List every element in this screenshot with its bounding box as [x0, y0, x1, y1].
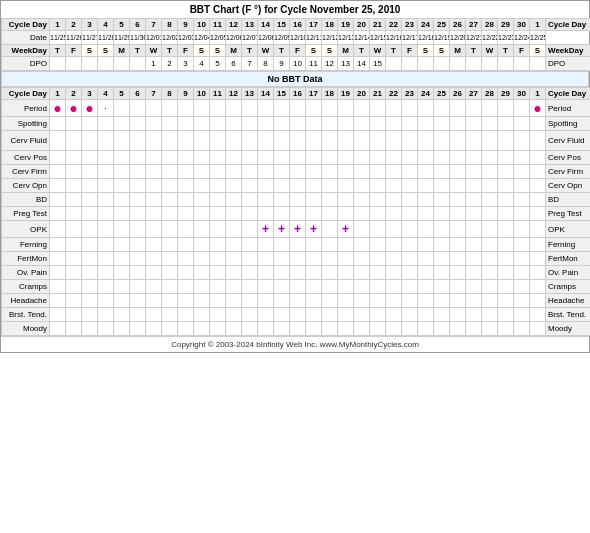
period-label-right: Period	[546, 100, 591, 117]
cerv-fluid-row: Cerv Fluid Cerv Fluid	[2, 131, 591, 151]
fertmon-label-right: FertMon	[546, 252, 591, 266]
cerv-pos-label-right: Cerv Pos	[546, 151, 591, 165]
cerv-firm-label-right: Cerv Firm	[546, 165, 591, 179]
fertmon-row: FertMon FertMon	[2, 252, 591, 266]
period-row: Period ● ● ● ·	[2, 100, 591, 117]
period-dot-4: ·	[104, 103, 107, 114]
moody-row: Moody Moody	[2, 322, 591, 336]
brst-tend-label-right: Brst. Tend.	[546, 308, 591, 322]
spotting-row: Spotting Spotting	[2, 117, 591, 131]
headache-row: Headache Headache	[2, 294, 591, 308]
cycle-day-row: Cycle Day 1 2 3 4 5 6 7 8 9 10 11 12 13 …	[2, 19, 591, 31]
ov-pain-row: Ov. Pain Ov. Pain	[2, 266, 591, 280]
cycle-day-label-right: Cycle Day	[546, 19, 591, 31]
ferning-label: Ferning	[2, 238, 50, 252]
opk-plus-19: +	[342, 222, 349, 236]
bbt-top-table: Cycle Day 1 2 3 4 5 6 7 8 9 10 11 12 13 …	[1, 18, 590, 71]
cerv-fluid-label: Cerv Fluid	[2, 131, 50, 151]
cerv-opn-row: Cerv Opn Cerv Opn	[2, 179, 591, 193]
fertmon-label: FertMon	[2, 252, 50, 266]
cycle-day-row-2: Cycle Day 1 2 3 4 5 6 7 8 9 10 11 12 13 …	[2, 88, 591, 100]
date-row: Date 11/25 11/26 11/27 11/28 11/29 11/30…	[2, 31, 591, 45]
bd-label: BD	[2, 193, 50, 207]
dpo-row: DPO 1 2 3 4 5 6 7 8 9 10 11 12 13 14 15	[2, 57, 591, 71]
weekday-row: WeekDay T F S S M T W T F S S M T W T F …	[2, 45, 591, 57]
headache-label: Headache	[2, 294, 50, 308]
cerv-pos-row: Cerv Pos Cerv Pos	[2, 151, 591, 165]
moody-label-right: Moody	[546, 322, 591, 336]
brst-tend-row: Brst. Tend. Brst. Tend.	[2, 308, 591, 322]
no-bbt-label: No BBT Data	[2, 72, 589, 87]
bd-label-right: BD	[546, 193, 591, 207]
opk-plus-16: +	[294, 222, 301, 236]
cycle-day-label: Cycle Day	[2, 19, 50, 31]
no-bbt-row: No BBT Data	[2, 72, 589, 87]
period-dot-31: ●	[533, 100, 541, 116]
cramps-row: Cramps Cramps	[2, 280, 591, 294]
spotting-label-right: Spotting	[546, 117, 591, 131]
period-label: Period	[2, 100, 50, 117]
headache-label-right: Headache	[546, 294, 591, 308]
preg-test-row: Preg Test Preg Test	[2, 207, 591, 221]
opk-plus-14: +	[262, 222, 269, 236]
cerv-firm-label: Cerv Firm	[2, 165, 50, 179]
cerv-opn-label: Cerv Opn	[2, 179, 50, 193]
cerv-fluid-label-right: Cerv Fluid	[546, 131, 591, 151]
preg-test-label: Preg Test	[2, 207, 50, 221]
no-bbt-section: No BBT Data	[1, 71, 589, 87]
chart-title: BBT Chart (F °) for Cycle November 25, 2…	[1, 1, 589, 18]
period-dot-3: ●	[85, 100, 93, 116]
footer: Copyright © 2003-2024 bInfinity Web Inc.…	[1, 336, 589, 352]
ferning-label-right: Ferning	[546, 238, 591, 252]
ov-pain-label: Ov. Pain	[2, 266, 50, 280]
opk-label: OPK	[2, 221, 50, 238]
bbt-chart: BBT Chart (F °) for Cycle November 25, 2…	[0, 0, 590, 353]
brst-tend-label: Brst. Tend.	[2, 308, 50, 322]
period-dot-1: ●	[53, 100, 61, 116]
opk-row: OPK +++++ OPK	[2, 221, 591, 238]
cerv-firm-row: Cerv Firm Cerv Firm	[2, 165, 591, 179]
cerv-opn-label-right: Cerv Opn	[546, 179, 591, 193]
opk-plus-15: +	[278, 222, 285, 236]
cramps-label-right: Cramps	[546, 280, 591, 294]
ferning-row: Ferning Ferning	[2, 238, 591, 252]
cramps-label: Cramps	[2, 280, 50, 294]
ov-pain-label-right: Ov. Pain	[546, 266, 591, 280]
opk-plus-17: +	[310, 222, 317, 236]
bd-row: BD BD	[2, 193, 591, 207]
spotting-label: Spotting	[2, 117, 50, 131]
cerv-pos-label: Cerv Pos	[2, 151, 50, 165]
preg-test-label-right: Preg Test	[546, 207, 591, 221]
moody-label: Moody	[2, 322, 50, 336]
period-dot-2: ●	[69, 100, 77, 116]
symptom-table: Cycle Day 1 2 3 4 5 6 7 8 9 10 11 12 13 …	[1, 87, 590, 336]
opk-label-right: OPK	[546, 221, 591, 238]
